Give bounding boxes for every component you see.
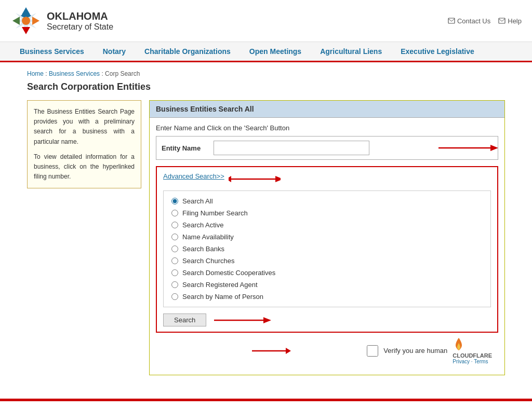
cloudflare-flame-icon bbox=[453, 337, 465, 352]
advanced-search-link[interactable]: Advanced Search>> bbox=[163, 172, 224, 180]
radio-option-banks: Search Banks bbox=[171, 245, 483, 253]
captcha-row: Verify you are human CLOUDFLARE Privacy bbox=[156, 333, 498, 369]
radio-label-banks: Search Banks bbox=[182, 245, 224, 253]
radio-active[interactable] bbox=[171, 222, 178, 228]
cloudflare-logo: CLOUDFLARE Privacy · Terms bbox=[453, 337, 492, 364]
bottom-bar bbox=[0, 399, 532, 401]
radio-registered-agent[interactable] bbox=[171, 281, 178, 288]
svg-marker-11 bbox=[229, 176, 231, 182]
radio-label-domestic-coop: Search Domestic Cooperatives bbox=[182, 269, 275, 277]
svg-marker-1 bbox=[22, 7, 30, 15]
nav-business-services[interactable]: Business Services bbox=[10, 42, 94, 61]
arrow-captcha-icon bbox=[249, 346, 291, 356]
left-text-1: The Business Entities Search Page provid… bbox=[34, 107, 135, 147]
radio-options: Search AllFiling Number SearchSearch Act… bbox=[163, 190, 491, 307]
radio-label-registered-agent: Search Registered Agent bbox=[182, 281, 258, 289]
main-layout: The Business Entities Search Page provid… bbox=[27, 100, 505, 375]
radio-label-all: Search All bbox=[182, 197, 213, 205]
logo-icon bbox=[10, 5, 42, 36]
cloudflare-privacy-link[interactable]: Privacy bbox=[453, 359, 470, 364]
search-body: Enter Name and Click on the 'Search' But… bbox=[150, 118, 504, 375]
entity-name-input[interactable] bbox=[214, 141, 369, 155]
nav-charitable-org[interactable]: Charitable Organizations bbox=[135, 42, 240, 61]
svg-point-5 bbox=[22, 17, 30, 25]
logo-sos: Secretary of State bbox=[47, 22, 113, 32]
arrow-search-button-icon bbox=[211, 316, 274, 325]
advanced-search-container: Advanced Search>> Search AllFiling Numbe… bbox=[156, 166, 498, 333]
radio-option-domestic-coop: Search Domestic Cooperatives bbox=[171, 269, 483, 277]
svg-rect-7 bbox=[499, 18, 505, 23]
page-title: Search Corporation Entities bbox=[27, 81, 505, 92]
radio-banks[interactable] bbox=[171, 246, 178, 252]
radio-option-active: Search Active bbox=[171, 221, 483, 229]
left-text-2: To view detailed information for a busin… bbox=[34, 152, 135, 182]
contact-us-link[interactable]: Contact Us bbox=[448, 17, 490, 25]
radio-all[interactable] bbox=[171, 198, 178, 204]
cloudflare-brand-name: CLOUDFLARE bbox=[453, 352, 492, 359]
page-header: OKLAHOMA Secretary of State Contact Us H… bbox=[0, 0, 532, 42]
contact-icon bbox=[448, 17, 455, 24]
arrow-entity-icon bbox=[438, 143, 501, 153]
logo-text: OKLAHOMA Secretary of State bbox=[47, 10, 113, 32]
breadcrumb-home[interactable]: Home bbox=[27, 70, 44, 77]
breadcrumb-corp-search: Corp Search bbox=[105, 70, 140, 77]
svg-marker-3 bbox=[22, 27, 30, 34]
captcha-label: Verify you are human bbox=[383, 347, 447, 355]
radio-option-name-availability: Name Availability bbox=[171, 233, 483, 241]
nav-open-meetings[interactable]: Open Meetings bbox=[240, 42, 311, 61]
svg-marker-9 bbox=[490, 145, 498, 151]
radio-label-name-availability: Name Availability bbox=[182, 233, 234, 241]
help-link[interactable]: Help bbox=[498, 17, 522, 25]
breadcrumb: Home : Business Services : Corp Search bbox=[27, 70, 505, 77]
entity-name-label: Entity Name bbox=[162, 144, 214, 152]
search-panel-header: Business Entities Search All bbox=[150, 101, 504, 118]
left-info-panel: The Business Entities Search Page provid… bbox=[27, 100, 141, 188]
radio-name-availability[interactable] bbox=[171, 234, 178, 240]
svg-marker-14 bbox=[263, 317, 271, 323]
logo-area: OKLAHOMA Secretary of State bbox=[10, 5, 113, 36]
right-search-panel: Business Entities Search All Enter Name … bbox=[149, 100, 505, 375]
radio-filing[interactable] bbox=[171, 210, 178, 216]
arrow-advanced-icon bbox=[229, 174, 281, 184]
cloudflare-separator: · bbox=[471, 359, 473, 364]
nav-executive-legislative[interactable]: Executive Legislative bbox=[391, 42, 484, 61]
search-instruction: Enter Name and Click on the 'Search' But… bbox=[156, 124, 498, 132]
email-icon bbox=[498, 17, 506, 24]
radio-label-active: Search Active bbox=[182, 221, 224, 229]
radio-option-filing: Filing Number Search bbox=[171, 209, 483, 217]
header-links: Contact Us Help bbox=[448, 17, 522, 25]
nav-agricultural-liens[interactable]: Agricultural Liens bbox=[311, 42, 391, 61]
radio-churches[interactable] bbox=[171, 257, 178, 264]
radio-person-name[interactable] bbox=[171, 293, 178, 300]
svg-rect-6 bbox=[448, 18, 455, 23]
svg-marker-2 bbox=[32, 17, 39, 25]
svg-marker-16 bbox=[286, 348, 291, 354]
breadcrumb-business-services[interactable]: Business Services bbox=[49, 70, 100, 77]
radio-option-churches: Search Churches bbox=[171, 257, 483, 265]
search-button[interactable]: Search bbox=[163, 313, 206, 326]
nav-notary[interactable]: Notary bbox=[94, 42, 135, 61]
svg-marker-12 bbox=[275, 176, 281, 182]
cloudflare-links: Privacy · Terms bbox=[453, 359, 492, 364]
cloudflare-terms-link[interactable]: Terms bbox=[474, 359, 488, 364]
radio-option-all: Search All bbox=[171, 197, 483, 205]
radio-option-person-name: Search by Name of Person bbox=[171, 293, 483, 301]
radio-domestic-coop[interactable] bbox=[171, 269, 178, 276]
radio-label-person-name: Search by Name of Person bbox=[182, 293, 263, 301]
page-content: Home : Business Services : Corp Search S… bbox=[17, 62, 515, 383]
captcha-checkbox[interactable] bbox=[367, 345, 378, 357]
radio-option-registered-agent: Search Registered Agent bbox=[171, 281, 483, 289]
radio-label-churches: Search Churches bbox=[182, 257, 234, 265]
svg-marker-4 bbox=[12, 17, 20, 25]
search-button-row: Search bbox=[163, 313, 491, 326]
radio-label-filing: Filing Number Search bbox=[182, 209, 248, 217]
logo-oklahoma: OKLAHOMA bbox=[47, 10, 113, 22]
main-nav: Business Services Notary Charitable Orga… bbox=[0, 42, 532, 62]
